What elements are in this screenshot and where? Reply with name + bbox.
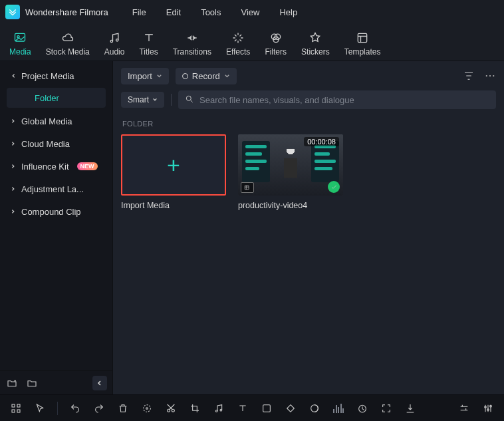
card-label: productivity-video4 [238,201,343,210]
card-import-media[interactable]: + Import Media [121,134,226,210]
sidebar-item-cloud-media[interactable]: Cloud Media [4,133,108,154]
templates-icon [356,31,369,45]
svg-rect-23 [263,404,271,412]
expand-button[interactable] [377,399,396,418]
audio-button[interactable] [209,399,228,418]
svg-point-10 [493,75,494,76]
levels-button[interactable] [329,399,348,418]
plus-icon: + [167,152,180,178]
tab-transitions[interactable]: Transitions [173,29,211,57]
record-button[interactable]: Record [176,68,237,84]
frame-button[interactable] [257,399,276,418]
undo-button[interactable] [66,399,84,418]
settings-button[interactable] [455,399,473,418]
crop-button[interactable] [186,399,204,418]
svg-rect-13 [12,404,15,407]
svg-point-8 [486,75,487,76]
tab-audio[interactable]: Audio [104,29,125,57]
menu-tools[interactable]: Tools [201,7,221,17]
text-button[interactable] [233,399,252,418]
grid-tool-button[interactable] [7,399,25,418]
chevron-right-icon [11,141,16,146]
bottom-toolbar [0,394,504,421]
folder-button[interactable] [25,376,39,390]
search-row: Smart [113,90,504,116]
chevron-right-icon [11,164,16,169]
svg-point-9 [489,75,491,76]
cut-button[interactable] [162,399,180,418]
transitions-icon [186,31,199,45]
menu-edit[interactable]: Edit [166,7,181,17]
content-toolbar: Import Record [113,61,504,90]
import-thumb[interactable]: + [121,134,226,196]
import-button[interactable]: Import [121,68,169,84]
sidebar-item-compound-clip[interactable]: Compound Clip [4,201,108,222]
tab-label: Titles [139,47,158,57]
caret-down-icon [152,95,158,104]
filter-settings-button[interactable] [463,70,475,82]
sidebar-item-adjustment-layer[interactable]: Adjustment La... [4,178,108,200]
tab-effects[interactable]: Effects [226,29,250,57]
filters-icon [269,31,283,45]
button-label: Record [192,71,220,81]
export-button[interactable] [401,399,420,418]
sparkle-icon [231,31,245,45]
sidebar-item-influence-kit[interactable]: Influence Kit NEW [4,156,108,177]
card-video[interactable]: 00:00:08 productivity-video4 [238,134,343,210]
sidebar-item-label: Global Media [21,116,72,126]
sidebar-item-label: Adjustment La... [21,184,84,194]
sidebar-item-global-media[interactable]: Global Media [4,110,108,132]
caret-down-icon [156,71,162,81]
video-type-icon [241,182,254,193]
music-icon [108,31,121,45]
redo-button[interactable] [90,399,108,418]
separator [171,94,172,106]
sticker-icon [309,31,322,45]
svg-point-21 [215,410,217,412]
svg-rect-16 [17,410,20,412]
svg-rect-7 [358,33,366,42]
menu-file[interactable]: File [132,7,146,17]
top-tabs: Media Stock Media Audio Titles Transitio… [0,24,504,61]
app-title: Wondershare Filmora [25,7,108,17]
card-label: Import Media [121,201,226,210]
collapse-sidebar-button[interactable] [92,376,107,390]
separator [57,402,58,415]
sort-button[interactable]: Smart [121,92,164,108]
tab-stickers[interactable]: Stickers [301,29,330,57]
sidebar-item-label: Compound Clip [21,207,81,217]
search-icon [185,94,194,106]
tab-titles[interactable]: Titles [139,29,158,57]
tab-stock-media[interactable]: Stock Media [46,29,90,57]
image-icon [13,31,27,45]
searchbox[interactable] [178,90,496,109]
tab-filters[interactable]: Filters [265,29,287,57]
media-grid: + Import Media 00:00:08 [113,134,504,210]
new-folder-button[interactable] [5,376,19,390]
preview-figure [281,149,300,178]
menu-help[interactable]: Help [279,7,297,17]
search-input[interactable] [199,95,489,105]
tab-media[interactable]: Media [9,29,31,57]
menu-view[interactable]: View [241,7,259,17]
sidebar-item-label: Project Media [21,71,74,81]
chevron-right-icon [11,186,16,192]
tab-templates[interactable]: Templates [344,29,381,57]
mark-button[interactable] [138,399,156,418]
levels-icon [333,404,344,413]
svg-point-11 [186,96,191,100]
video-thumb[interactable]: 00:00:08 [238,134,343,196]
sliders-button[interactable] [479,399,497,418]
keyframe-button[interactable] [281,399,300,418]
speed-button[interactable] [353,399,372,418]
tab-label: Filters [265,47,287,57]
tab-label: Effects [226,47,250,57]
select-tool-button[interactable] [31,399,49,418]
more-options-button[interactable] [484,70,496,82]
sidebar-item-project-media[interactable]: Project Media [4,65,108,86]
tab-label: Audio [104,47,125,57]
sidebar-sub-folder[interactable]: Folder [7,88,106,108]
delete-button[interactable] [114,399,132,418]
color-button[interactable] [305,399,324,418]
cloud-icon [61,31,74,45]
